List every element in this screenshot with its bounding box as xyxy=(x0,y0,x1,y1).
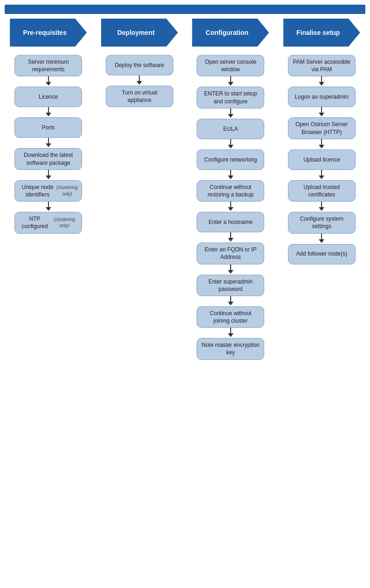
arrow-triangle xyxy=(228,114,233,118)
arrow-connector xyxy=(228,139,233,149)
arrow-line xyxy=(48,107,49,113)
step-finalise-6: Add follower node(s) xyxy=(288,244,356,264)
arrow-connector xyxy=(46,138,51,148)
column-configuration: ConfigurationOpen server console windowE… xyxy=(186,19,275,360)
step-deployment-1: Turn on virtual appliance xyxy=(106,86,173,107)
step-finalise-4: Upload trusted certificates xyxy=(288,180,356,202)
step-configuration-6: Enter an FQDN or IP Address xyxy=(197,243,264,264)
page-title xyxy=(5,5,365,14)
arrow-line xyxy=(230,139,231,145)
arrow-connector xyxy=(319,170,324,180)
step-configuration-3: Configure networking xyxy=(197,149,264,170)
step-finalise-5: Configure system settings xyxy=(288,212,356,233)
step-label: Enter an FQDN or IP Address xyxy=(201,246,260,261)
arrow-line xyxy=(230,108,231,114)
arrow-line xyxy=(321,76,322,82)
step-label: Enter a hostname xyxy=(208,218,253,226)
arrow-connector xyxy=(46,170,51,180)
arrow-line xyxy=(230,328,231,333)
step-configuration-5: Enter a hostname xyxy=(197,212,264,232)
step-label: Configure system settings xyxy=(292,215,351,230)
step-label: Unique node identifiers xyxy=(19,183,56,198)
arrow-connector xyxy=(46,76,51,87)
step-configuration-7: Enter superadmin password xyxy=(197,275,264,296)
step-prerequisites-0: Server minimum requirements xyxy=(14,55,82,76)
step-label: NTP configured xyxy=(19,215,51,230)
arrow-triangle xyxy=(228,145,233,149)
arrow-line xyxy=(48,76,49,82)
arrow-connector xyxy=(319,139,324,149)
arrow-connector xyxy=(228,264,233,275)
arrow-line xyxy=(230,264,231,270)
arrow-line xyxy=(321,234,322,239)
step-finalise-0: PAM Server accessible via PAM xyxy=(288,55,356,76)
step-label: Download the latest software package xyxy=(19,151,78,166)
arrow-connector xyxy=(228,202,233,212)
arrow-line xyxy=(321,107,322,113)
step-deployment-0: Deploy the software xyxy=(106,55,173,75)
arrow-triangle xyxy=(228,302,233,305)
arrow-line xyxy=(321,139,322,145)
step-label: Server minimum requirements xyxy=(19,58,78,73)
arrow-line xyxy=(230,202,231,207)
step-label: Licence xyxy=(39,93,58,101)
arrow-connector xyxy=(319,76,324,87)
step-label: Upload licence xyxy=(303,156,340,163)
arrow-connector xyxy=(228,170,233,180)
arrow-triangle xyxy=(228,207,233,211)
step-label: Ports xyxy=(42,124,55,131)
arrow-line xyxy=(48,202,49,207)
step-label: PAM Server accessible via PAM xyxy=(292,58,351,73)
arrow-line xyxy=(230,296,231,302)
arrow-connector xyxy=(228,76,233,87)
step-label: Note master encryption key xyxy=(201,341,260,356)
step-finalise-1: Logon as superadmin xyxy=(288,87,356,107)
step-configuration-0: Open server console window xyxy=(197,55,264,76)
arrow-triangle xyxy=(46,143,51,147)
column-header-deployment: Deployment xyxy=(101,19,178,47)
arrow-triangle xyxy=(46,82,51,86)
step-sub: (clustering only) xyxy=(56,184,78,197)
step-prerequisites-4: Unique node identifiers(clustering only) xyxy=(14,180,82,202)
step-finalise-2: Open Osirium Server Browser (HTTP) xyxy=(288,117,356,139)
arrow-triangle xyxy=(319,239,324,243)
step-prerequisites-3: Download the latest software package xyxy=(14,148,82,169)
column-header-finalise: Finalise setup xyxy=(283,19,360,47)
arrow-line xyxy=(230,232,231,238)
arrow-triangle xyxy=(46,207,51,211)
step-configuration-1: ENTER to start setup and configure xyxy=(197,87,264,108)
step-label: Add follower node(s) xyxy=(296,250,347,257)
step-label: Logon as superadmin xyxy=(295,93,349,101)
arrow-line xyxy=(230,76,231,82)
arrow-connector xyxy=(137,75,142,86)
arrow-triangle xyxy=(319,176,324,179)
arrow-connector xyxy=(228,232,233,243)
arrow-triangle xyxy=(319,113,324,116)
arrow-connector xyxy=(319,107,324,117)
arrow-line xyxy=(48,170,49,176)
step-prerequisites-2: Ports xyxy=(14,117,82,138)
arrow-triangle xyxy=(137,81,142,85)
step-label: Continue without joining cluster xyxy=(201,310,260,324)
arrow-connector xyxy=(46,107,51,117)
column-finalise: Finalise setupPAM Server accessible via … xyxy=(277,19,367,264)
arrow-line xyxy=(321,202,322,207)
column-deployment: DeploymentDeploy the softwareTurn on vir… xyxy=(95,19,185,107)
step-configuration-4: Continue without restoring a backup xyxy=(197,180,264,202)
arrow-triangle xyxy=(228,333,233,337)
column-header-prerequisites: Pre-requisites xyxy=(10,19,87,47)
step-prerequisites-5: NTP configured(clustering only) xyxy=(14,212,82,233)
arrow-triangle xyxy=(46,176,51,179)
step-label: ENTER to start setup and configure xyxy=(201,90,260,105)
step-label: Enter superadmin password xyxy=(201,278,260,293)
arrow-triangle xyxy=(228,270,233,274)
step-label: Continue without restoring a backup xyxy=(201,183,260,198)
step-label: EULA xyxy=(223,125,238,133)
arrow-triangle xyxy=(228,176,233,179)
step-label: Upload trusted certificates xyxy=(292,183,351,198)
step-configuration-2: EULA xyxy=(197,119,264,139)
arrow-triangle xyxy=(46,113,51,116)
arrow-line xyxy=(139,75,140,81)
step-label: Deploy the software xyxy=(115,61,164,69)
arrow-connector xyxy=(319,234,324,244)
